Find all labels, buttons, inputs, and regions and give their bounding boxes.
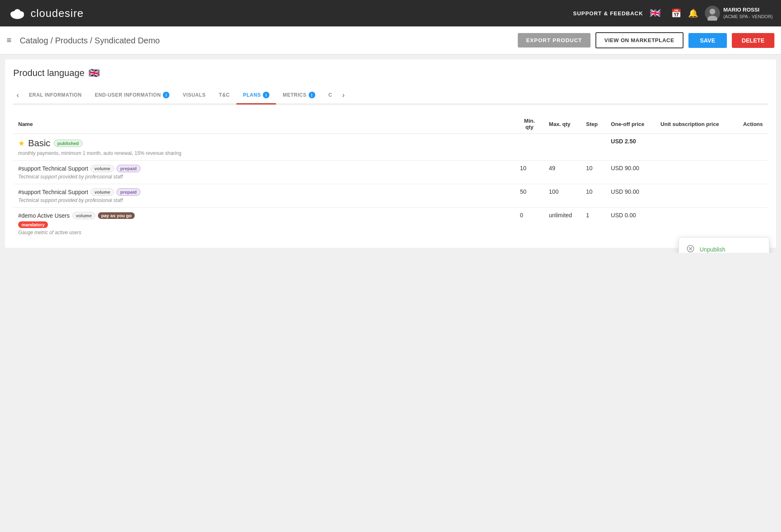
prepaid-badge-2: prepaid: [117, 188, 140, 196]
delete-button[interactable]: DELETE: [732, 33, 774, 48]
col-header-actions: Actions: [738, 114, 768, 134]
plan-basic-step: [581, 134, 606, 161]
volume-badge: volume: [90, 165, 114, 172]
plan-support1-one-off: USD 90.00: [606, 161, 655, 184]
plan-demo-unit-sub: [655, 208, 738, 240]
tab-extra[interactable]: C: [322, 87, 339, 104]
plan-support2-actions[interactable]: [738, 184, 768, 208]
plans-table: Name Min.qty Max. qty Step One-off price…: [13, 114, 768, 240]
avatar: [705, 6, 720, 21]
plan-support1-name-cell: #support Technical Support volume prepai…: [13, 161, 515, 184]
plan-demo-actions[interactable]: [738, 208, 768, 240]
tab-info-icon-plans: i: [263, 92, 269, 98]
main-content: Product language 🇬🇧 ‹ ERAL INFORMATION E…: [5, 59, 776, 248]
unpublish-menu-item[interactable]: Unpublish: [679, 241, 769, 253]
plan-basic-min-qty: [515, 134, 544, 161]
user-profile[interactable]: MARIO ROSSI (ACME SPA - VENDOR): [705, 6, 773, 21]
plan-demo-max-qty: unlimited: [544, 208, 581, 240]
tab-prev-arrow[interactable]: ‹: [13, 91, 22, 100]
tab-plans[interactable]: PLANS i: [236, 87, 276, 104]
volume-badge-3: volume: [72, 212, 96, 219]
logo-text: cloudesire: [31, 7, 84, 20]
prepaid-badge: prepaid: [117, 165, 140, 172]
plan-support1-desc: Technical support provided by profession…: [18, 174, 510, 180]
product-language-label: Product language: [13, 68, 84, 78]
tab-next-arrow[interactable]: ›: [339, 91, 348, 100]
hamburger-menu-icon[interactable]: ≡: [7, 36, 12, 45]
plan-demo-min-qty: 0: [515, 208, 544, 240]
language-flag-icon: 🇬🇧: [650, 8, 661, 19]
export-product-button[interactable]: EXPORT PRODUCT: [518, 33, 590, 48]
plan-basic-desc: monthly payments, minimum 1 month, auto …: [18, 150, 510, 156]
col-header-max-qty: Max. qty: [544, 114, 581, 134]
tab-metrics[interactable]: METRICS i: [276, 87, 322, 104]
plan-support2-max-qty: 100: [544, 184, 581, 208]
support-feedback-link[interactable]: SUPPORT & FEEDBACK 🇬🇧: [573, 8, 662, 19]
user-role: (ACME SPA - VENDOR): [723, 14, 773, 19]
plan-support1-unit-sub: [655, 161, 738, 184]
plan-support1-actions[interactable]: [738, 161, 768, 184]
user-name: MARIO ROSSI: [723, 7, 773, 14]
table-row: #support Technical Support volume prepai…: [13, 161, 768, 184]
star-icon: ★: [18, 139, 25, 148]
product-language-section: Product language 🇬🇧: [13, 68, 768, 78]
published-badge: published: [54, 140, 83, 147]
payasyougo-badge: pay as you go: [98, 212, 135, 219]
plan-support2-step: 10: [581, 184, 606, 208]
logo-area: cloudesire: [8, 4, 573, 22]
tab-general-information[interactable]: ERAL INFORMATION: [22, 87, 88, 104]
tab-info-icon-enduser: i: [163, 92, 169, 98]
col-header-unit-sub: Unit subscription price: [655, 114, 738, 134]
plan-basic-max-qty: [544, 134, 581, 161]
plan-support2-unit-sub: [655, 184, 738, 208]
plan-basic-one-off: USD 2.50: [606, 134, 655, 161]
plan-demo-name: #demo Active Users volume pay as you go: [18, 212, 510, 219]
plan-support2-name: #support Technical Support volume prepai…: [18, 188, 510, 196]
plan-demo-one-off: USD 0.00: [606, 208, 655, 240]
plan-support1-step: 10: [581, 161, 606, 184]
plan-support2-one-off: USD 90.00: [606, 184, 655, 208]
plan-basic-actions[interactable]: [738, 134, 768, 161]
save-button[interactable]: SAVE: [688, 33, 727, 48]
tab-tc[interactable]: T&C: [212, 87, 236, 104]
table-row: ★ Basic published monthly payments, mini…: [13, 134, 768, 161]
table-row: #support Technical Support volume prepai…: [13, 184, 768, 208]
nav-right-area: 📅 🔔 MARIO ROSSI (ACME SPA - VENDOR): [671, 6, 773, 21]
plan-demo-desc: Gauge metric of active users: [18, 230, 510, 235]
unpublish-label: Unpublish: [700, 246, 725, 253]
plan-support1-max-qty: 49: [544, 161, 581, 184]
plan-support2-min-qty: 50: [515, 184, 544, 208]
user-text: MARIO ROSSI (ACME SPA - VENDOR): [723, 7, 773, 19]
top-navigation: cloudesire SUPPORT & FEEDBACK 🇬🇧 📅 🔔 MAR…: [0, 0, 781, 26]
col-header-name: Name: [13, 114, 515, 134]
calendar-icon[interactable]: 📅: [671, 8, 681, 18]
plan-support1-name: #support Technical Support volume prepai…: [18, 165, 510, 172]
view-on-marketplace-button[interactable]: VIEW ON MARKETPLACE: [595, 32, 683, 48]
svg-point-5: [710, 9, 715, 14]
col-header-step: Step: [581, 114, 606, 134]
sub-navigation: ≡ Catalog / Products / Syndicated Demo E…: [0, 26, 781, 55]
col-header-one-off: One-off price: [606, 114, 655, 134]
plan-demo-name-cell: #demo Active Users volume pay as you go …: [13, 208, 515, 240]
svg-point-3: [14, 9, 21, 16]
product-language-flag-icon: 🇬🇧: [88, 68, 100, 78]
plan-basic-unit-sub: [655, 134, 738, 161]
circle-x-icon: [686, 245, 695, 253]
tab-enduser-information[interactable]: END-USER INFORMATION i: [88, 87, 176, 104]
col-header-min-qty: Min.qty: [515, 114, 544, 134]
tab-info-icon-metrics: i: [309, 92, 315, 98]
logo-icon: [8, 4, 26, 22]
plan-support2-desc: Technical support provided by profession…: [18, 197, 510, 203]
tab-visuals[interactable]: VISUALS: [176, 87, 212, 104]
tabs-container: ‹ ERAL INFORMATION END-USER INFORMATION …: [13, 87, 768, 104]
plan-basic-name-cell: ★ Basic published monthly payments, mini…: [13, 134, 515, 161]
volume-badge-2: volume: [90, 188, 114, 196]
plan-support2-name-cell: #support Technical Support volume prepai…: [13, 184, 515, 208]
actions-dropdown-menu: Unpublish Descriptions $ Pricing model E…: [679, 237, 769, 253]
plan-demo-step: 1: [581, 208, 606, 240]
bell-icon[interactable]: 🔔: [688, 8, 698, 18]
plan-basic-name: ★ Basic published: [18, 138, 510, 149]
table-row: #demo Active Users volume pay as you go …: [13, 208, 768, 240]
mandatory-badge: mandatory: [18, 221, 48, 228]
breadcrumb: Catalog / Products / Syndicated Demo: [20, 36, 513, 45]
